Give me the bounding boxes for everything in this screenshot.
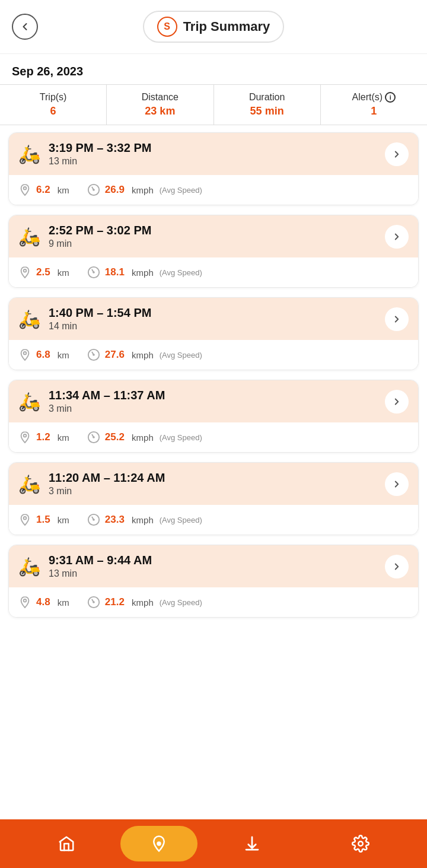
trip-card-header: 🛵 9:31 AM – 9:44 AM 13 min [9,545,418,587]
svg-point-9 [93,519,94,520]
distance-unit: km [55,350,69,360]
trip-card: 🛵 11:20 AM – 11:24 AM 3 min 1.5 km [8,462,419,535]
speedometer-icon [87,596,100,609]
trip-duration: 9 min [49,239,377,249]
trip-distance-stat: 1.2 km [18,431,69,444]
trip-card-body: 1.5 km 23.3 kmph (Avg Speed) [9,505,418,535]
distance-label: Distance [110,92,209,103]
svg-point-5 [93,354,94,355]
distance-value: 4.8 [36,596,50,608]
summary-table: Trip(s) 6 Distance 23 km Duration 55 min… [0,84,427,125]
trip-time: 2:52 PM – 3:02 PM [49,224,377,237]
trip-duration: 14 min [49,321,377,332]
distance-unit: km [55,597,69,608]
speedometer-icon [87,266,100,279]
trip-duration: 3 min [49,486,377,497]
trip-time: 9:31 AM – 9:44 AM [49,554,377,567]
nav-download[interactable] [197,835,306,853]
trip-speed-stat: 21.2 kmph (Avg Speed) [87,596,202,609]
trip-duration: 3 min [49,403,377,414]
header-title-pill: S Trip Summary [143,11,285,43]
trip-speed-stat: 27.6 kmph (Avg Speed) [87,348,202,361]
scooter-icon: 🛵 [18,228,40,246]
speed-unit: kmph [129,185,154,195]
trip-date: Sep 26, 2023 [0,54,427,84]
trip-distance-stat: 2.5 km [18,266,69,279]
nav-settings[interactable] [307,835,415,853]
pin-icon [18,348,31,361]
distance-value: 2.5 [36,266,50,278]
trip-card-header: 🛵 11:34 AM – 11:37 AM 3 min [9,380,418,422]
trip-card-body: 4.8 km 21.2 kmph (Avg Speed) [9,587,418,617]
nav-home[interactable] [12,835,120,853]
distance-value: 1.5 [36,514,50,526]
speed-value: 23.3 [105,514,125,526]
speed-label: (Avg Speed) [160,186,202,195]
trip-speed-stat: 23.3 kmph (Avg Speed) [87,513,202,526]
trip-duration: 13 min [49,156,377,167]
speed-value: 21.2 [105,596,125,608]
scooter-icon: 🛵 [18,475,40,493]
trip-time: 11:20 AM – 11:24 AM [49,471,377,485]
info-icon: i [385,92,396,103]
speed-label: (Avg Speed) [160,598,202,607]
distance-unit: km [55,268,69,278]
svg-point-6 [24,434,27,437]
trip-detail-button[interactable] [385,225,409,249]
scooter-icon: 🛵 [18,558,40,576]
trip-card-header: 🛵 3:19 PM – 3:32 PM 13 min [9,133,418,175]
svg-point-7 [93,437,94,438]
trip-speed-stat: 25.2 kmph (Avg Speed) [87,431,202,444]
trip-detail-button[interactable] [385,307,409,331]
trips-label: Trip(s) [4,92,103,103]
trip-distance-stat: 4.8 km [18,596,69,609]
trip-time-block: 2:52 PM – 3:02 PM 9 min [49,224,377,249]
speed-label: (Avg Speed) [160,516,202,524]
trip-distance-stat: 1.5 km [18,513,69,526]
nav-location[interactable] [120,826,197,861]
distance-unit: km [55,433,69,443]
trip-duration: 13 min [49,568,377,579]
trip-card: 🛵 11:34 AM – 11:37 AM 3 min 1.2 km [8,380,419,453]
pin-icon [18,596,31,609]
trip-detail-button[interactable] [385,555,409,578]
svg-point-10 [24,599,27,602]
speed-value: 26.9 [105,184,125,196]
summary-alerts: Alert(s) i 1 [321,85,427,125]
speedometer-icon [87,431,100,444]
page-title: Trip Summary [183,19,270,34]
pin-icon [18,266,31,279]
duration-value: 55 min [218,105,317,117]
trip-detail-button[interactable] [385,472,409,496]
trip-detail-button[interactable] [385,390,409,414]
trip-distance-stat: 6.2 km [18,183,69,196]
header-title-wrap: S Trip Summary [38,11,389,43]
summary-duration: Duration 55 min [214,85,321,125]
speed-unit: kmph [129,268,154,278]
svg-point-3 [93,272,94,273]
trip-time-block: 11:20 AM – 11:24 AM 3 min [49,471,377,497]
speed-unit: kmph [129,433,154,443]
header: S Trip Summary [0,0,427,54]
trip-card: 🛵 9:31 AM – 9:44 AM 13 min 4.8 km [8,545,419,618]
trip-card-header: 🛵 1:40 PM – 1:54 PM 14 min [9,298,418,340]
svg-point-13 [359,841,364,846]
back-button[interactable] [12,14,38,40]
trips-value: 6 [4,105,103,117]
bottom-nav [0,819,427,868]
trip-card-header: 🛵 2:52 PM – 3:02 PM 9 min [9,215,418,257]
speed-unit: kmph [129,515,154,525]
svg-point-1 [93,189,94,190]
speedometer-icon [87,348,100,361]
trip-time-block: 1:40 PM – 1:54 PM 14 min [49,306,377,332]
svg-point-2 [24,269,27,272]
trip-detail-button[interactable] [385,142,409,166]
speed-value: 27.6 [105,349,125,361]
distance-value: 6.2 [36,184,50,196]
summary-distance: Distance 23 km [107,85,214,125]
trip-time-block: 3:19 PM – 3:32 PM 13 min [49,141,377,167]
trip-card-body: 2.5 km 18.1 kmph (Avg Speed) [9,257,418,287]
duration-label: Duration [218,92,317,103]
scooter-icon: 🛵 [18,310,40,328]
trip-card: 🛵 3:19 PM – 3:32 PM 13 min 6.2 km [8,132,419,205]
